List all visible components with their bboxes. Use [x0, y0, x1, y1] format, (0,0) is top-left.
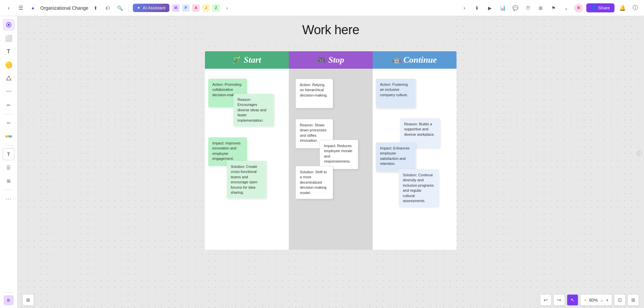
stop-note-4[interactable]: Solution: Shift to a more decentralized … — [296, 166, 333, 199]
toolbar-right: › ⬇ ▶ 📊 💬 ⏱ ⊞ ⚑ ⌄ B 👤 Share 🔔 ⓘ — [460, 3, 640, 13]
sidebar-tool-highlight[interactable] — [3, 130, 15, 142]
fit-screen-button[interactable]: ⊡ — [614, 295, 625, 305]
back-button[interactable]: ‹ — [4, 3, 13, 13]
board-container: 🪄 Start 🎮 Stop 🤖 Continue Action: Prom — [205, 51, 457, 250]
stop-column-body: Action: Relying on hierarchical decision… — [289, 69, 373, 250]
chevron-right-icon[interactable]: › — [460, 3, 469, 13]
columns-body: Action: Promoting collaborative decision… — [205, 69, 457, 250]
chart-icon[interactable]: 📊 — [498, 3, 507, 13]
sidebar-tool-table[interactable]: ⊞ — [3, 175, 15, 187]
app-icon-1[interactable]: M — [172, 4, 179, 12]
ai-icon: ✦ — [137, 5, 141, 10]
zoom-control[interactable]: − 60% ⌄ + — [581, 295, 612, 305]
columns-header: 🪄 Start 🎮 Stop 🤖 Continue — [205, 51, 457, 69]
ai-label: AI Assistant — [143, 5, 165, 10]
sidebar-tool-home[interactable] — [3, 19, 15, 31]
play-icon[interactable]: ▶ — [485, 3, 494, 13]
app-icon-4[interactable]: J — [202, 4, 210, 12]
comment-icon[interactable]: 💬 — [511, 3, 520, 13]
sidebar-separator-2 — [4, 145, 13, 145]
svg-marker-2 — [6, 76, 11, 80]
tag-button[interactable]: 🏷 — [103, 3, 112, 13]
column-header-continue: 🤖 Continue — [373, 51, 457, 69]
user-avatar[interactable]: B — [574, 4, 583, 12]
download-icon[interactable]: ⬇ — [472, 3, 482, 13]
sidebar-tool-pencil[interactable]: ✏ — [3, 99, 15, 111]
app-icon-2[interactable]: P — [182, 4, 190, 12]
bell-icon[interactable]: 🔔 — [618, 3, 627, 13]
canvas-area[interactable]: Work here 🪄 Start 🎮 Stop 🤖 Continue — [17, 16, 644, 308]
column-header-start: 🪄 Start — [205, 51, 289, 69]
bottom-right-tools: ↩ ↪ ↖ − 60% ⌄ + ⊡ ⊞ — [540, 295, 639, 305]
bottom-toolbar: ⊞ ↩ ↪ ↖ − 60% ⌄ + ⊡ ⊞ — [17, 292, 644, 308]
grid-icon[interactable]: ⊞ — [536, 3, 545, 13]
continue-icon: 🤖 — [392, 56, 401, 64]
start-label: Start — [244, 55, 261, 65]
app-icon-3[interactable]: A — [192, 4, 200, 12]
sidebar-tool-more[interactable]: ··· — [3, 193, 15, 205]
sidebar-separator-3 — [4, 190, 13, 190]
minimap-button[interactable]: ⊞ — [23, 295, 34, 305]
logo-icon: ● — [28, 3, 38, 13]
column-header-stop: 🎮 Stop — [289, 51, 373, 69]
start-note-2[interactable]: Reason: Encourages diverse ideas and fas… — [233, 94, 274, 126]
sidebar-tool-text[interactable]: T — [3, 46, 15, 58]
upload-button[interactable]: ⬆ — [91, 3, 100, 13]
sidebar-tool-shape[interactable] — [3, 72, 15, 84]
toolbar-left: ‹ ☰ ● Organizational Change ⬆ 🏷 🔍 ✦ AI A… — [4, 3, 457, 13]
top-toolbar: ‹ ☰ ● Organizational Change ⬆ 🏷 🔍 ✦ AI A… — [0, 0, 644, 16]
sidebar-tool-note[interactable]: 🟡 — [3, 59, 15, 71]
flag-icon[interactable]: ⚑ — [549, 3, 558, 13]
document-title: Organizational Change — [40, 5, 88, 11]
help-icon[interactable]: ⓘ — [631, 3, 640, 13]
sidebar-tool-textbox[interactable]: T — [3, 148, 15, 160]
sidebar-brand-icon[interactable]: B — [4, 295, 14, 305]
continue-note-4[interactable]: Solution: Continue diversity and inclusi… — [399, 169, 438, 207]
sidebar-tool-scissors[interactable]: ✂ — [3, 117, 15, 129]
zoom-level: 60% — [589, 298, 598, 303]
sidebar-tool-frame[interactable]: ⬜ — [3, 32, 15, 44]
zoom-out-button[interactable]: − — [584, 298, 587, 303]
zoom-in-button[interactable]: + — [606, 298, 608, 303]
sidebar-bottom-sep — [4, 292, 13, 293]
info-float-icon[interactable]: ⓘ — [635, 149, 644, 159]
continue-column-body: Action: Fostering an inclusive company c… — [373, 69, 457, 250]
start-icon: 🪄 — [232, 56, 241, 64]
timer-icon[interactable]: ⏱ — [523, 3, 533, 13]
chevron-down-icon[interactable]: ⌄ — [561, 3, 571, 13]
stop-note-3[interactable]: Impact: Reduces employee morale and resp… — [320, 140, 358, 169]
share-icon: 👤 — [591, 5, 596, 10]
share-label: Share — [598, 5, 610, 10]
redo-button[interactable]: ↪ — [554, 295, 565, 305]
continue-note-3[interactable]: Impact: Enhances employee satisfaction a… — [376, 142, 416, 172]
bottom-left-tools: ⊞ — [23, 295, 34, 305]
sidebar-bottom: B — [4, 291, 14, 305]
left-sidebar: ⬜ T 🟡 〰 ✏ ✂ T ☰ ⊞ ··· B — [0, 16, 17, 308]
more-button[interactable]: › — [222, 3, 232, 13]
ai-assistant-button[interactable]: ✦ AI Assistant — [133, 4, 169, 12]
stop-note-1[interactable]: Action: Relying on hierarchical decision… — [296, 79, 333, 108]
continue-label: Continue — [404, 55, 437, 65]
fullscreen-button[interactable]: ⊞ — [628, 295, 639, 305]
svg-point-1 — [8, 24, 10, 26]
menu-button[interactable]: ☰ — [16, 3, 25, 13]
work-here-header: Work here — [205, 16, 457, 43]
divider — [128, 4, 129, 12]
sidebar-separator — [4, 114, 13, 114]
search-button[interactable]: 🔍 — [115, 3, 124, 13]
start-note-4[interactable]: Solution: Create cross-functional teams … — [227, 161, 266, 198]
work-here-title: Work here — [205, 23, 457, 37]
stop-label: Stop — [328, 55, 344, 65]
main-layout: ⬜ T 🟡 〰 ✏ ✂ T ☰ ⊞ ··· B Work here — [0, 16, 644, 308]
share-button[interactable]: 👤 Share — [586, 3, 614, 12]
zoom-dropdown-icon[interactable]: ⌄ — [600, 298, 603, 302]
undo-button[interactable]: ↩ — [540, 295, 551, 305]
cursor-button[interactable]: ↖ — [567, 295, 578, 305]
continue-note-1[interactable]: Action: Fostering an inclusive company c… — [376, 79, 416, 108]
start-column-body: Action: Promoting collaborative decision… — [205, 69, 289, 250]
app-icon-5[interactable]: Z — [212, 4, 220, 12]
stop-icon: 🎮 — [317, 56, 326, 64]
sidebar-tool-list[interactable]: ☰ — [3, 162, 15, 174]
sidebar-tool-pen[interactable]: 〰 — [3, 86, 15, 98]
